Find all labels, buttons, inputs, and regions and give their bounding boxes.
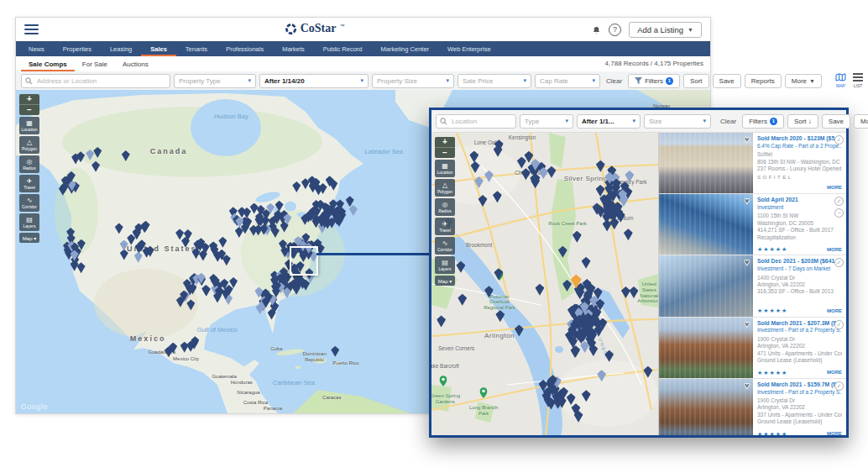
more-link[interactable]: MORE [827,247,842,254]
select-check-icon[interactable]: ✓ [834,197,844,206]
filter-dropdown-size[interactable]: Size▾ [644,114,711,129]
nav-item-sales[interactable]: Sales [141,41,176,56]
reports-button[interactable]: Reports [745,74,782,88]
filter-dropdown-sale-price[interactable]: Sale Price▾ [458,74,531,88]
property-photo[interactable]: ♥ [659,255,753,316]
property-detail-line: 337 Units - Apartments - Under Const... [757,412,842,418]
overlay-clear-link[interactable]: Clear [718,118,739,125]
property-card[interactable]: ♥Sold Dec 2021 - $203M ($641...Investmen… [659,255,846,317]
polygon-tool-button[interactable]: △Polygon [19,136,39,154]
overlay-filters-button[interactable]: Filters 1 [742,114,784,129]
select-check-icon[interactable]: ✓ [834,135,844,145]
more-link[interactable]: MORE [827,185,842,192]
nav-item-markets[interactable]: Markets [273,41,314,56]
property-photo[interactable]: ♥ [659,194,753,255]
more-button[interactable]: More ▼ [785,74,822,88]
more-link[interactable]: MORE [827,308,842,315]
select-check-icon[interactable]: ✓ [834,320,844,329]
subtab-auctions[interactable]: Auctions [115,56,156,71]
filters-button[interactable]: Filters 1 [628,74,680,88]
map-style-button[interactable]: Map ▾ [19,233,39,243]
chevron-down-icon: ▾ [360,77,363,84]
radius-tool-button[interactable]: ◎Radius [435,198,455,216]
overlay-save-button[interactable]: Save [822,114,850,129]
clear-filters-link[interactable]: Clear [604,77,625,85]
filter-dropdown-after-1-1[interactable]: After 1/1...▾ [577,114,641,129]
corridor-tool-button[interactable]: ∿Corridor [435,237,455,255]
overlay-more-button[interactable]: More ▼ [854,114,868,129]
property-card[interactable]: ♥Sold March 2021 - $159.7M ($...Investme… [659,379,846,435]
more-link[interactable]: MORE [827,431,842,435]
brand-logo-text: SOFITEL [757,175,842,181]
property-sale-title[interactable]: Sold April 2021 [757,197,842,204]
property-card[interactable]: ♥Sold April 2021Investment1100 15th St N… [659,194,846,255]
nav-item-public-record[interactable]: Public Record [314,41,372,56]
property-photo[interactable]: ♥ [659,318,753,378]
layers-tool-button[interactable]: ▤Layers [435,256,455,274]
star-rating: ★★★★★ [757,430,787,435]
nav-item-professionals[interactable]: Professionals [217,41,273,56]
nav-item-tenants[interactable]: Tenants [176,41,217,56]
add-listing-button[interactable]: Add a Listing ▼ [629,22,702,38]
search-input[interactable] [35,76,166,86]
zoom-in-button[interactable]: + [19,94,39,104]
overlay-search-input[interactable] [450,117,512,126]
nav-item-leasing[interactable]: Leasing [101,41,141,56]
remove-minus-icon[interactable]: − [834,208,844,218]
nav-item-properties[interactable]: Properties [54,41,101,56]
bell-icon[interactable] [592,25,601,35]
layers-tool-button[interactable]: ▤Layers [19,213,39,231]
detail-overlay-window: Type▾After 1/1...▾Size▾ Clear Filters 1 … [429,108,849,438]
property-sale-title[interactable]: Sold March 2020 - $123M ($5... [757,135,842,143]
location-search[interactable] [21,74,170,88]
sort-button[interactable]: Sort [683,74,709,88]
travel-tool-button[interactable]: ✈Travel [435,218,455,235]
property-sale-title[interactable]: Sold March 2021 - $207.3M ($... [757,320,842,328]
view-toggle-list[interactable]: LIST [853,73,863,88]
help-icon[interactable]: ? [609,24,621,36]
zoom-in-button[interactable]: + [435,137,455,147]
select-check-icon[interactable]: ✓ [834,258,844,267]
overlay-sort-button[interactable]: Sort ↓ [787,114,818,129]
map-style-button[interactable]: Map ▾ [435,276,455,286]
filter-dropdown-after-1-14-20[interactable]: After 1/14/20▾ [259,74,369,88]
nav-item-marketing-center[interactable]: Marketing Center [372,41,439,56]
save-button[interactable]: Save [713,74,741,88]
overlay-location-search[interactable] [436,114,516,129]
favorite-heart-icon[interactable]: ♥ [744,195,750,207]
location-tool-button[interactable]: ▦Location [435,160,455,177]
travel-tool-button[interactable]: ✈Travel [19,175,39,192]
filter-dropdown-property-size[interactable]: Property Size▾ [372,74,454,88]
property-photo[interactable]: ♥ [659,133,753,193]
favorite-heart-icon[interactable]: ♥ [744,318,750,330]
property-sale-title[interactable]: Sold Dec 2021 - $203M ($641... [757,258,842,265]
location-tool-button[interactable]: ▦Location [19,117,39,134]
favorite-heart-icon[interactable]: ♥ [744,134,750,145]
hamburger-menu-icon[interactable] [24,24,39,34]
filter-dropdown-cap-rate[interactable]: Cap Rate▾ [535,74,600,88]
property-card[interactable]: ♥Sold March 2021 - $207.3M ($...Investme… [659,318,846,379]
subtab-sale-comps[interactable]: Sale Comps [21,56,75,71]
filter-bar: Property Type▾After 1/14/20▾Property Siz… [16,71,710,91]
select-check-icon[interactable]: ✓ [834,381,844,391]
nav-item-news[interactable]: News [19,41,54,56]
favorite-heart-icon[interactable]: ♥ [744,256,750,268]
nav-item-web-enterprise[interactable]: Web Enterprise [438,41,500,56]
more-link[interactable]: MORE [827,370,842,376]
property-sale-title[interactable]: Sold March 2021 - $159.7M ($... [757,381,842,389]
filter-dropdown-property-type[interactable]: Property Type▾ [174,74,256,88]
polygon-tool-button[interactable]: △Polygon [435,179,455,197]
map-tools: +−▦Location△Polygon◎Radius✈Travel∿Corrid… [19,94,39,243]
property-detail-line: 414,271 SF - Office - Built 2017 [757,227,842,234]
overlay-map[interactable]: +−▦Location△Polygon◎Radius✈Travel∿Corrid… [431,133,659,435]
zoom-out-button[interactable]: − [435,147,455,158]
property-card[interactable]: ♥Sold March 2020 - $123M ($5...6.4% Cap … [659,133,846,194]
zoom-out-button[interactable]: − [19,104,39,115]
corridor-tool-button[interactable]: ∿Corridor [19,194,39,212]
view-toggle-map[interactable]: MAP [835,73,846,88]
favorite-heart-icon[interactable]: ♥ [744,380,750,392]
radius-tool-button[interactable]: ◎Radius [19,155,39,173]
subtab-for-sale[interactable]: For Sale [75,56,115,71]
property-photo[interactable]: ♥ [659,379,753,435]
filter-dropdown-type[interactable]: Type▾ [520,114,573,129]
